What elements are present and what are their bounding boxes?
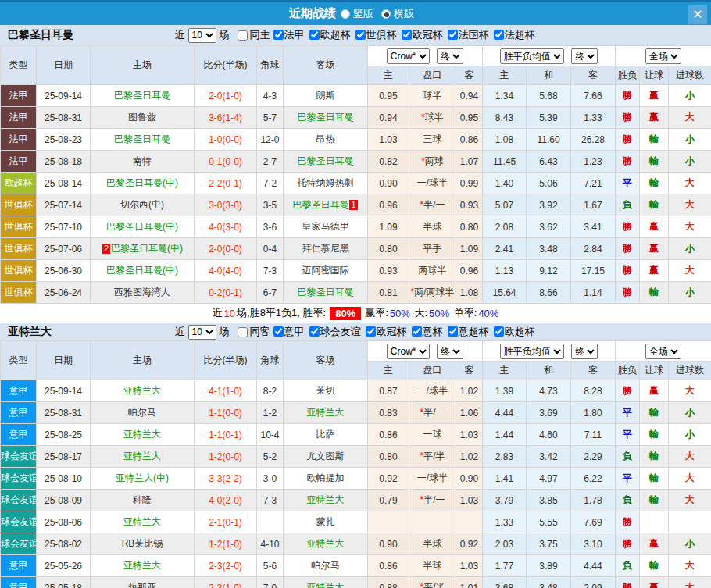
asian-away-odds: [456, 511, 483, 533]
goals-result: 大: [669, 173, 711, 194]
league-filter[interactable]: 意杯: [409, 325, 443, 339]
radio-selected-icon[interactable]: [381, 9, 391, 19]
result-group: 全场: [616, 341, 711, 362]
euro-draw-odds: 5.06: [527, 173, 571, 194]
match-result: 勝: [616, 282, 640, 304]
team2-filters: 近 10 场 同客 意甲球会友谊欧冠杯意杯意超杯欧超杯: [175, 325, 537, 340]
euro-away-odds: 17.15: [571, 260, 616, 282]
league-checkbox-icon[interactable]: [366, 326, 376, 337]
asian-home-odds: 1.09: [368, 216, 409, 238]
league-filter[interactable]: 法超杯: [491, 28, 535, 42]
win-rate-badge: 80%: [330, 307, 361, 320]
euro-home-odds: 1.41: [483, 468, 527, 490]
full-match-select[interactable]: 全场: [645, 48, 681, 64]
league-filter[interactable]: 欧超杯: [491, 325, 535, 339]
match-result: 勝: [616, 260, 640, 282]
goals-result: 小: [669, 533, 711, 555]
bookmaker-select[interactable]: Crow*: [387, 344, 430, 359]
same-away-checkbox[interactable]: [238, 327, 248, 337]
league-checkbox-icon[interactable]: [494, 30, 504, 40]
table-row: 法甲 25-09-14 巴黎圣日耳曼 2-0(1-0) 4-3 朗斯 0.95 …: [1, 85, 711, 107]
away-team: 巴黎圣日耳曼: [284, 107, 368, 129]
result-group: 全场: [616, 46, 711, 66]
handicap-result: 輸: [640, 151, 669, 173]
away-team: 帕尔马: [284, 555, 368, 577]
match-count-select[interactable]: 10: [188, 28, 216, 43]
league-checkbox-icon[interactable]: [309, 30, 320, 40]
away-team: 蒙扎: [284, 511, 368, 533]
full-match-select[interactable]: 全场: [645, 344, 681, 359]
score: 2-1(0-1): [195, 511, 257, 533]
euro-draw-odds: 4.73: [527, 380, 571, 402]
handicap-result: 輸: [640, 468, 669, 490]
handicap-result: 輸: [640, 129, 669, 151]
asian-home-odds: 0.81: [368, 282, 409, 304]
euro-draw-odds: 11.60: [527, 129, 571, 151]
league-checkbox-icon[interactable]: [448, 326, 458, 337]
final-odds-select-1[interactable]: 终: [437, 48, 463, 64]
bookmaker-select[interactable]: Crow*: [387, 48, 430, 64]
col-away: 客场: [284, 46, 368, 85]
handicap-result: 赢: [640, 380, 669, 402]
league-checkbox-icon[interactable]: [412, 326, 422, 337]
league-filter[interactable]: 球会友谊: [306, 325, 361, 339]
radio-unselected-icon[interactable]: [341, 9, 350, 19]
asian-handicap: 球半: [409, 85, 456, 107]
euro-away-odds: 2.09: [571, 577, 616, 588]
euro-home-odds: 15.64: [483, 282, 527, 304]
corner-score: 0-4: [257, 238, 284, 260]
table-row: 意甲 25-09-14 亚特兰大 4-1(1-0) 8-2 莱切 0.87 一/…: [1, 380, 711, 402]
layout-radio-horizontal[interactable]: 横版: [381, 7, 414, 21]
euro-draw-odds: 3.75: [527, 533, 571, 555]
league-checkbox-icon[interactable]: [273, 326, 284, 337]
league-filter[interactable]: 法甲: [270, 28, 305, 42]
match-date: 25-07-10: [37, 216, 91, 238]
league-checkbox-icon[interactable]: [273, 30, 284, 40]
layout-radio-vertical[interactable]: 竖版: [341, 7, 373, 21]
goals-result: 大: [669, 194, 711, 216]
league-checkbox-icon[interactable]: [448, 30, 458, 40]
avg-odds-select[interactable]: 胜平负均值: [500, 344, 564, 359]
asian-handicap: *两球: [409, 151, 456, 173]
league-filter[interactable]: 欧冠杯: [398, 28, 443, 42]
same-home-checkbox[interactable]: [238, 30, 248, 41]
subcol-euro-draw: 和: [527, 362, 571, 380]
team1-name: 巴黎圣日耳曼: [8, 28, 73, 42]
subcol-goals: 进球数: [669, 66, 711, 85]
handicap-result: 赢: [640, 238, 669, 260]
goals-result: 小: [669, 129, 711, 151]
league-filter[interactable]: 意超杯: [445, 325, 489, 339]
euro-home-odds: 2.08: [483, 216, 527, 238]
league-filter[interactable]: 欧冠杯: [363, 325, 407, 339]
league-filter[interactable]: 欧超杯: [306, 28, 351, 42]
handicap-result: 輸: [640, 402, 669, 424]
asian-handicap: 一/球半: [409, 380, 456, 402]
league-checkbox-icon[interactable]: [356, 30, 366, 40]
final-odds-select-2[interactable]: 终: [571, 344, 598, 359]
final-odds-select-1[interactable]: 终: [437, 344, 463, 359]
match-date: 25-07-06: [37, 238, 91, 260]
handicap-result: 輸: [640, 194, 669, 216]
home-team: RB莱比锡: [91, 533, 195, 555]
league-checkbox-icon[interactable]: [309, 326, 320, 337]
league-filter[interactable]: 法国杯: [445, 28, 489, 42]
goals-result: [669, 511, 711, 533]
euro-away-odds: 8.28: [571, 380, 616, 402]
asian-away-odds: 1.09: [456, 238, 483, 260]
league-filter[interactable]: 意甲: [270, 325, 305, 339]
league-checkbox-icon[interactable]: [402, 30, 412, 40]
euro-away-odds: 7.11: [571, 424, 616, 446]
match-count-select[interactable]: 10: [188, 325, 216, 340]
goals-result: 大: [669, 490, 711, 511]
match-date: 25-06-24: [37, 282, 91, 304]
avg-odds-select[interactable]: 胜平负均值: [500, 48, 564, 64]
final-odds-select-2[interactable]: 终: [571, 48, 598, 64]
league-checkbox-icon[interactable]: [494, 326, 504, 337]
asian-away-odds: 1.07: [456, 151, 483, 173]
corner-score: 7-2: [257, 173, 284, 194]
home-team: 南特: [91, 151, 195, 173]
close-icon[interactable]: ✕: [688, 5, 707, 24]
corner-score: 3-5: [257, 194, 284, 216]
corner-score: 1-2: [257, 402, 284, 424]
league-filter[interactable]: 世俱杯: [352, 28, 397, 42]
